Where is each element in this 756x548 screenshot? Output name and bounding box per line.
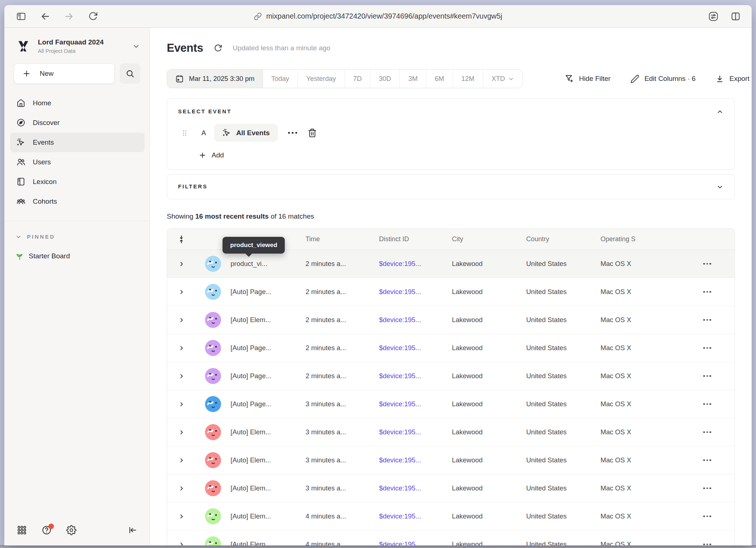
pinned-section-header[interactable]: PINNED — [4, 221, 150, 240]
search-button[interactable] — [120, 63, 140, 84]
cursor-spark-icon — [16, 138, 25, 147]
chevron-down-icon — [15, 234, 22, 240]
distinct-id-link[interactable]: $device:195... — [379, 344, 452, 352]
event-time: 2 minutes a... — [306, 344, 379, 352]
range-7d[interactable]: 7D — [345, 70, 371, 88]
row-more-menu-icon[interactable] — [680, 488, 735, 489]
table-row[interactable]: [Auto] Elem... 4 minutes a... $device:19… — [167, 531, 735, 545]
table-row[interactable]: [Auto] Page... 2 minutes a... $device:19… — [167, 334, 735, 362]
chevron-right-icon[interactable] — [167, 317, 196, 323]
distinct-id-link[interactable]: $device:195... — [379, 288, 452, 296]
sidebar-toggle-icon[interactable] — [16, 11, 26, 21]
table-row[interactable]: [Auto] Page... 2 minutes a... $device:19… — [167, 278, 735, 306]
chevron-right-icon[interactable] — [167, 345, 196, 351]
sidebar-item-users[interactable]: Users — [10, 152, 145, 172]
reload-icon[interactable] — [88, 11, 98, 21]
new-button[interactable]: New — [14, 63, 115, 84]
range-today[interactable]: Today — [263, 70, 298, 88]
chevron-right-icon[interactable] — [167, 401, 196, 407]
chevron-right-icon[interactable] — [167, 429, 196, 435]
range-xtd[interactable]: XTD — [483, 70, 523, 88]
apps-grid-icon[interactable] — [17, 525, 27, 535]
table-row[interactable]: [Auto] Elem... 2 minutes a... $device:19… — [167, 306, 735, 334]
address-bar[interactable]: mixpanel.com/project/3472420/view/397469… — [254, 12, 502, 20]
date-picker-button[interactable]: Mar 11, 2025 3:30 pm — [167, 70, 263, 88]
table-row[interactable]: [Auto] Elem... 3 minutes a... $device:19… — [167, 418, 735, 446]
event-name: [Auto] Elem... — [231, 316, 306, 324]
add-label: Add — [212, 151, 224, 159]
table-row[interactable]: [Auto] Elem... 3 minutes a... $device:19… — [167, 474, 735, 502]
row-more-menu-icon[interactable] — [680, 516, 735, 517]
chevron-right-icon[interactable] — [167, 513, 196, 520]
more-menu-icon[interactable] — [286, 132, 299, 134]
row-more-menu-icon[interactable] — [680, 459, 735, 461]
distinct-id-link[interactable]: $device:195... — [379, 400, 452, 408]
project-selector[interactable]: Lord Farquaad 2024 All Project Data — [4, 28, 150, 55]
back-icon[interactable] — [40, 11, 50, 21]
distinct-id-link[interactable]: $device:195... — [379, 316, 452, 324]
distinct-id-link[interactable]: $device:195... — [379, 428, 452, 436]
distinct-id-link[interactable]: $device:195... — [379, 456, 452, 464]
range-3m[interactable]: 3M — [400, 70, 426, 88]
help-button[interactable] — [42, 525, 52, 535]
sidebar-item-starter-board[interactable]: Starter Board — [4, 240, 150, 261]
chevron-right-icon[interactable] — [167, 457, 196, 463]
column-header-city[interactable]: City — [452, 235, 526, 243]
range-12m[interactable]: 12M — [453, 70, 483, 88]
range-30d[interactable]: 30D — [370, 70, 400, 88]
distinct-id-link[interactable]: $device:195... — [379, 540, 452, 545]
sidebar-item-discover[interactable]: Discover — [10, 113, 145, 133]
distinct-id-link[interactable]: $device:195... — [379, 484, 452, 492]
table-row[interactable]: [Auto] Page... 2 minutes a... $device:19… — [167, 362, 735, 390]
distinct-id-link[interactable]: $device:195... — [379, 372, 452, 380]
split-view-icon[interactable] — [731, 11, 741, 21]
new-button-label: New — [40, 70, 54, 78]
drag-handle-icon[interactable] — [181, 129, 188, 137]
collapse-sidebar-icon[interactable] — [128, 525, 137, 535]
table-row[interactable]: [Auto] Elem... 3 minutes a... $device:19… — [167, 446, 735, 474]
chevron-down-icon[interactable] — [716, 183, 724, 191]
event-name: [Auto] Page... — [231, 344, 306, 352]
row-more-menu-icon[interactable] — [680, 291, 735, 293]
row-more-menu-icon[interactable] — [680, 319, 735, 321]
sidebar-item-home[interactable]: Home — [10, 93, 145, 113]
chevron-right-icon[interactable] — [167, 261, 196, 267]
range-6m[interactable]: 6M — [426, 70, 453, 88]
row-more-menu-icon[interactable] — [680, 263, 735, 265]
sort-icon[interactable] — [167, 235, 196, 244]
chevron-right-icon[interactable] — [167, 485, 196, 492]
range-yesterday[interactable]: Yesterday — [298, 70, 345, 88]
page-settings-icon[interactable] — [708, 11, 719, 22]
column-header-os[interactable]: Operating S — [601, 235, 680, 243]
sidebar-item-lexicon[interactable]: Lexicon — [10, 172, 145, 192]
export-button[interactable]: Export — [715, 74, 749, 83]
row-more-menu-icon[interactable] — [680, 375, 735, 377]
distinct-id-link[interactable]: $device:195... — [379, 260, 452, 268]
distinct-id-link[interactable]: $device:195... — [379, 512, 452, 520]
hide-filter-button[interactable]: Hide Filter — [564, 74, 611, 83]
sidebar-item-events[interactable]: Events — [10, 133, 145, 152]
forward-icon[interactable] — [64, 11, 74, 21]
filter-plus-icon — [564, 74, 574, 83]
row-more-menu-icon[interactable] — [680, 544, 735, 545]
events-table: product_viewed Time Distinct ID City Cou… — [167, 228, 735, 545]
row-more-menu-icon[interactable] — [680, 431, 735, 433]
edit-columns-button[interactable]: Edit Columns · 6 — [630, 74, 696, 83]
gear-icon[interactable] — [66, 525, 76, 535]
refresh-icon[interactable] — [213, 44, 223, 53]
trash-icon[interactable] — [307, 128, 317, 138]
chevron-right-icon[interactable] — [167, 541, 196, 546]
column-header-country[interactable]: Country — [526, 235, 601, 243]
table-row[interactable]: [Auto] Elem... 4 minutes a... $device:19… — [167, 502, 735, 531]
table-row[interactable]: [Auto] Page... 3 minutes a... $device:19… — [167, 390, 735, 418]
column-header-time[interactable]: Time — [306, 235, 379, 243]
chevron-right-icon[interactable] — [167, 373, 196, 379]
event-selector-chip[interactable]: All Events — [214, 124, 278, 142]
chevron-up-icon[interactable] — [716, 108, 724, 116]
add-event-button[interactable]: Add — [198, 151, 724, 159]
row-more-menu-icon[interactable] — [680, 403, 735, 405]
chevron-right-icon[interactable] — [167, 289, 196, 295]
column-header-distinct-id[interactable]: Distinct ID — [379, 235, 452, 243]
row-more-menu-icon[interactable] — [680, 347, 735, 349]
sidebar-item-cohorts[interactable]: Cohorts — [10, 192, 145, 211]
